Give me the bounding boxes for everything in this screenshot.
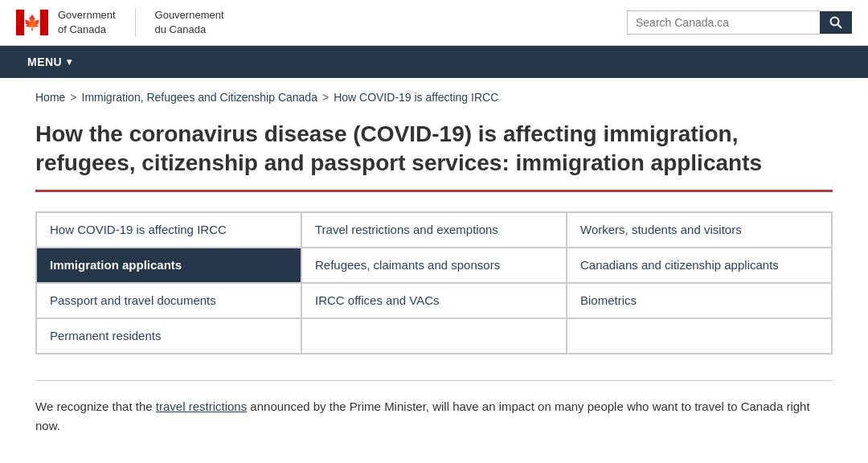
page-title: How the coronavirus disease (COVID-19) i… bbox=[35, 120, 833, 192]
main-content: Home > Immigration, Refugees and Citizen… bbox=[16, 78, 852, 449]
nav-link-covid-ircc[interactable]: How COVID-19 is affecting IRCC bbox=[50, 223, 227, 236]
nav-cell-covid-ircc[interactable]: How COVID-19 is affecting IRCC bbox=[36, 212, 301, 248]
canada-flag-icon: 🍁 bbox=[16, 6, 48, 39]
breadcrumb-ircc[interactable]: Immigration, Refugees and Citizenship Ca… bbox=[82, 91, 317, 104]
nav-cell-empty-1 bbox=[301, 318, 567, 354]
nav-cell-permanent-residents[interactable]: Permanent residents bbox=[36, 318, 301, 354]
topic-nav-grid: How COVID-19 is affecting IRCC Travel re… bbox=[35, 211, 833, 354]
breadcrumb-home[interactable]: Home bbox=[35, 91, 65, 104]
gov-title-fr: Gouvernement du Canada bbox=[155, 8, 224, 37]
nav-link-permanent-residents[interactable]: Permanent residents bbox=[50, 329, 161, 342]
svg-rect-1 bbox=[40, 10, 48, 35]
nav-cell-canadians[interactable]: Canadians and citizenship applicants bbox=[567, 248, 832, 283]
breadcrumb: Home > Immigration, Refugees and Citizen… bbox=[35, 91, 833, 104]
search-button[interactable] bbox=[820, 11, 852, 34]
chevron-down-icon: ▾ bbox=[67, 56, 72, 68]
nav-link-canadians[interactable]: Canadians and citizenship applicants bbox=[580, 258, 779, 272]
site-header: 🍁 Government of Canada Gouvernement du C… bbox=[0, 0, 868, 46]
svg-text:🍁: 🍁 bbox=[23, 14, 41, 31]
search-area bbox=[627, 10, 852, 35]
nav-cell-passport[interactable]: Passport and travel documents bbox=[36, 283, 301, 318]
nav-link-travel-restrictions[interactable]: Travel restrictions and exemptions bbox=[315, 223, 498, 236]
nav-link-biometrics[interactable]: Biometrics bbox=[580, 293, 637, 307]
header-logo-area: 🍁 Government of Canada Gouvernement du C… bbox=[16, 6, 224, 39]
search-input[interactable] bbox=[627, 10, 820, 35]
nav-cell-biometrics[interactable]: Biometrics bbox=[567, 283, 832, 318]
nav-cell-empty-2 bbox=[567, 318, 832, 354]
breadcrumb-sep-1: > bbox=[70, 91, 76, 104]
nav-cell-refugees[interactable]: Refugees, claimants and sponsors bbox=[301, 248, 567, 283]
breadcrumb-current[interactable]: How COVID-19 is affecting IRCC bbox=[334, 91, 498, 104]
nav-active-label: Immigration applicants bbox=[50, 258, 182, 272]
breadcrumb-sep-2: > bbox=[322, 91, 329, 104]
main-nav: MENU ▾ bbox=[0, 46, 868, 78]
menu-button[interactable]: MENU ▾ bbox=[16, 46, 84, 78]
svg-point-4 bbox=[831, 18, 839, 26]
nav-link-workers[interactable]: Workers, students and visitors bbox=[580, 223, 742, 236]
svg-line-5 bbox=[838, 25, 842, 29]
nav-link-refugees[interactable]: Refugees, claimants and sponsors bbox=[315, 258, 500, 272]
nav-cell-travel-restrictions[interactable]: Travel restrictions and exemptions bbox=[301, 212, 567, 248]
travel-restrictions-link[interactable]: travel restrictions bbox=[156, 399, 247, 413]
search-icon bbox=[829, 16, 842, 29]
intro-text: We recognize that the travel restriction… bbox=[35, 380, 833, 436]
nav-cell-workers[interactable]: Workers, students and visitors bbox=[567, 212, 832, 248]
nav-link-passport[interactable]: Passport and travel documents bbox=[50, 293, 216, 307]
gov-title-en: Government of Canada bbox=[58, 8, 116, 37]
header-divider bbox=[135, 8, 136, 37]
nav-cell-ircc-offices[interactable]: IRCC offices and VACs bbox=[301, 283, 567, 318]
nav-link-ircc-offices[interactable]: IRCC offices and VACs bbox=[315, 293, 440, 307]
nav-cell-immigration-applicants[interactable]: Immigration applicants bbox=[36, 248, 301, 283]
